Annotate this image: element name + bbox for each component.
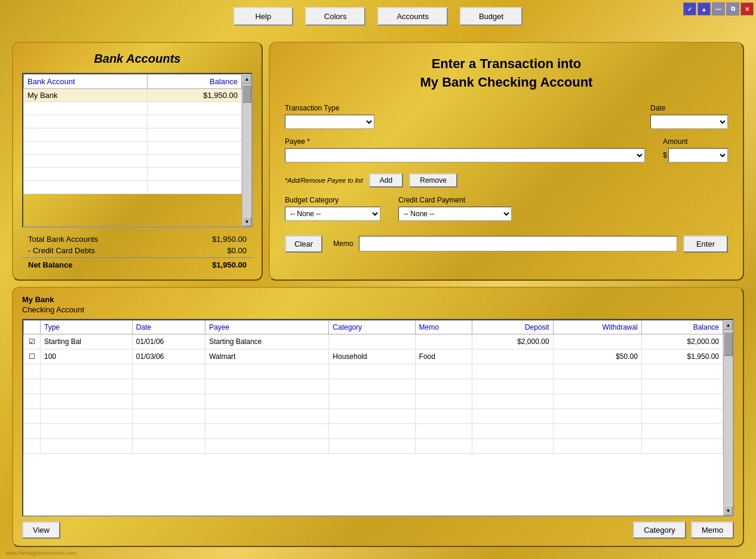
row-payee: Walmart: [205, 349, 329, 364]
titlebar-close-btn[interactable]: ✕: [740, 2, 754, 16]
bank-table-row[interactable]: [24, 102, 251, 115]
top-nav: Help Colors Accounts Budget: [0, 7, 756, 26]
transaction-type-select[interactable]: [285, 115, 374, 129]
row-date: 01/01/06: [132, 334, 205, 349]
credit-card-label: Credit Card Payment: [398, 196, 512, 204]
row-memo: [415, 424, 472, 439]
transactions-table-wrapper: Type Date Payee Category Memo Deposit Wi…: [22, 319, 734, 517]
budget-category-field: Budget Category -- None --: [285, 196, 380, 221]
row-withdrawal: $50.00: [553, 349, 641, 364]
titlebar-check-btn[interactable]: ✓: [683, 2, 696, 16]
table-row[interactable]: [24, 379, 733, 394]
view-button[interactable]: View: [22, 521, 60, 539]
colors-button[interactable]: Colors: [305, 7, 366, 26]
row-date: [132, 394, 205, 409]
row-checkbox-cell[interactable]: ☐: [24, 349, 41, 364]
col-category: Category: [329, 321, 415, 334]
row-type: [41, 379, 133, 394]
row-date: [132, 379, 205, 394]
titlebar-minimize-btn[interactable]: —: [712, 2, 725, 16]
bank-account-name: [24, 115, 147, 128]
col-withdrawal: Withdrawal: [553, 321, 641, 334]
row-type: [41, 439, 133, 454]
table-row[interactable]: ☐10001/03/06WalmartHouseholdFood$50.00$1…: [24, 349, 733, 364]
col-date: Date: [132, 321, 205, 334]
row-withdrawal: [553, 394, 641, 409]
scroll-thumb[interactable]: [242, 85, 251, 103]
bank-table-row[interactable]: [24, 168, 251, 181]
remove-payee-button[interactable]: Remove: [409, 173, 457, 188]
table-row[interactable]: [24, 424, 733, 439]
bank-table-row[interactable]: [24, 115, 251, 128]
add-payee-button[interactable]: Add: [369, 173, 403, 188]
t-scroll-down[interactable]: ▼: [724, 506, 733, 515]
row-balance: [641, 439, 723, 454]
t-scroll-thumb[interactable]: [724, 332, 733, 356]
row-memo: [415, 379, 472, 394]
payee-select[interactable]: [285, 148, 645, 162]
scroll-up-arrow[interactable]: ▲: [242, 74, 251, 84]
net-row: Net Balance $1,950.00: [22, 257, 253, 271]
date-field: Date: [650, 104, 728, 129]
transaction-title-text: Enter a Transaction into My Bank Checkin…: [420, 56, 593, 90]
row-deposit: [472, 349, 553, 364]
net-label: Net Balance: [28, 260, 72, 269]
col-payee: Payee: [205, 321, 329, 334]
row-payee: [205, 439, 329, 454]
top-row: Bank Accounts Bank Account Balance My Ba…: [12, 42, 744, 281]
row-checkbox-cell[interactable]: [24, 364, 41, 379]
transactions-scrollbar[interactable]: ▲ ▼: [723, 320, 733, 515]
memo-button[interactable]: Memo: [691, 521, 734, 539]
memo-input[interactable]: [359, 236, 677, 251]
titlebar-maximize-btn[interactable]: ⧉: [726, 2, 739, 16]
row-deposit: [472, 394, 553, 409]
row-checkbox-cell[interactable]: ☑: [24, 334, 41, 349]
row-checkbox-cell[interactable]: [24, 409, 41, 424]
bank-account-name: [24, 142, 147, 155]
bank-table-row[interactable]: [24, 181, 251, 194]
row-withdrawal: [553, 334, 641, 349]
row-checkbox-cell[interactable]: [24, 424, 41, 439]
category-button[interactable]: Category: [633, 521, 686, 539]
help-button[interactable]: Help: [233, 7, 293, 26]
row-date: [132, 364, 205, 379]
date-select[interactable]: [650, 115, 728, 129]
titlebar: ✓ ▲ — ⧉ ✕: [681, 0, 756, 18]
row-checkbox-cell[interactable]: [24, 439, 41, 454]
bank-table-row[interactable]: My Bank$1,950.00: [24, 89, 251, 102]
budget-button[interactable]: Budget: [460, 7, 523, 26]
clear-button[interactable]: Clear: [285, 235, 322, 253]
table-row[interactable]: [24, 439, 733, 454]
amount-label: Amount: [663, 137, 728, 146]
row-memo: [415, 364, 472, 379]
accounts-button[interactable]: Accounts: [377, 7, 447, 26]
row-checkbox-cell[interactable]: [24, 394, 41, 409]
table-row[interactable]: [24, 409, 733, 424]
titlebar-up-btn[interactable]: ▲: [697, 2, 711, 16]
bank-scrollbar[interactable]: ▲ ▼: [242, 74, 251, 226]
scroll-down-arrow[interactable]: ▼: [242, 217, 251, 226]
amount-field: Amount $: [663, 137, 728, 162]
col-bank-account: Bank Account: [24, 75, 147, 89]
row-deposit: [472, 409, 553, 424]
table-row[interactable]: ☑Starting Bal01/01/06Starting Balance$2,…: [24, 334, 733, 349]
credit-card-select[interactable]: -- None --: [398, 207, 512, 221]
budget-category-select[interactable]: -- None --: [285, 207, 380, 221]
account-name: My Bank: [22, 295, 734, 304]
bank-table-row[interactable]: [24, 155, 251, 168]
t-scroll-up[interactable]: ▲: [724, 320, 733, 330]
payee-label: Payee *: [285, 137, 645, 146]
row-withdrawal: [553, 424, 641, 439]
credit-card-field: Credit Card Payment -- None --: [398, 196, 512, 221]
table-row[interactable]: [24, 364, 733, 379]
amount-select[interactable]: [668, 148, 728, 162]
enter-button[interactable]: Enter: [683, 235, 728, 253]
bank-table-row[interactable]: [24, 142, 251, 155]
row-balance: [641, 379, 723, 394]
bank-table-row[interactable]: [24, 128, 251, 142]
table-row[interactable]: [24, 394, 733, 409]
row-payee: [205, 364, 329, 379]
bottom-footer: View Category Memo: [22, 521, 734, 539]
row-checkbox-cell[interactable]: [24, 379, 41, 394]
row-type: [41, 394, 133, 409]
